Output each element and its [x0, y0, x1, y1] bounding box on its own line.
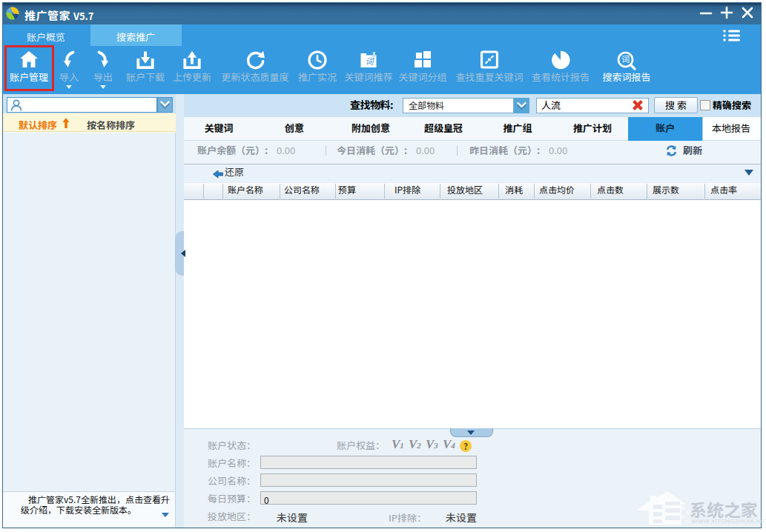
svg-text:词: 词: [621, 53, 630, 64]
